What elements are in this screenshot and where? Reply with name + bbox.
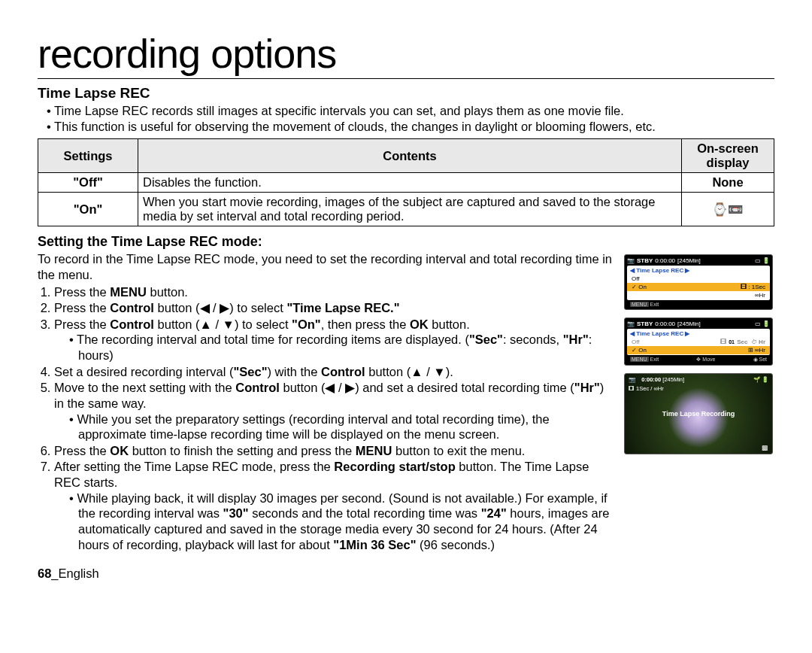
cell-setting-off: "Off" xyxy=(38,173,138,193)
step-3: Press the Control button (▲ / ▼) to sele… xyxy=(54,317,615,363)
step-5-sub: While you set the preparatory settings (… xyxy=(69,412,615,442)
lcd1-time: 0:00:00 xyxy=(655,257,675,264)
mode-intro: To record in the Time Lapse REC mode, yo… xyxy=(38,251,615,282)
subsection-title: Setting the Time Lapse REC mode: xyxy=(38,234,774,250)
camera-icon: 📷 xyxy=(627,257,635,264)
steps-list: Press the MENU button. Press the Control… xyxy=(38,284,615,553)
cell-contents-off: Disables the function. xyxy=(138,173,682,193)
lcd3-time: 0:00:00 xyxy=(641,376,661,383)
th-contents: Contents xyxy=(138,139,682,173)
step-3-sub: The recording interval and total time fo… xyxy=(69,332,615,363)
step-5: Move to the next setting with the Contro… xyxy=(54,380,615,442)
step-2: Press the Control button (◀ / ▶) to sele… xyxy=(54,300,615,316)
lcd1-off-row: Off xyxy=(627,275,770,283)
lcd1-stby: STBY xyxy=(637,257,653,264)
table-row: "On" When you start movie recording, ima… xyxy=(38,193,774,226)
intro-bullet-2: This function is useful for observing th… xyxy=(38,119,774,135)
section-title: Time Lapse REC xyxy=(38,85,774,102)
page-title: recording options xyxy=(38,30,774,79)
lcd2-title: Time Lapse REC xyxy=(636,330,683,337)
lcd2-remain: [245Min] xyxy=(677,320,701,327)
th-display: On-screen display xyxy=(682,139,774,173)
lcd-screenshots: 📷 STBY 0:00:00 [245Min] ▭ 🔋 ◀ Time Lapse… xyxy=(624,254,774,454)
page-footer: 68_English xyxy=(38,566,774,581)
cell-setting-on: "On" xyxy=(38,193,138,226)
lcd2-time: 0:00:00 xyxy=(655,320,675,327)
lcd-screenshot-3: 📷 0:00:00 [245Min] 🌱 🔋 🎞 1Sec / ∞Hr Time… xyxy=(624,373,773,454)
lcd1-title: Time Lapse REC xyxy=(636,267,683,274)
intro-bullet-1: Time Lapse REC records still images at s… xyxy=(38,103,774,119)
lcd3-line2: 1Sec / ∞Hr xyxy=(636,385,664,392)
step-6: Press the OK button to finish the settin… xyxy=(54,443,615,459)
settings-table: Settings Contents On-screen display "Off… xyxy=(38,138,774,226)
lcd2-off-row: Off 🎞 01 Sec ⏱ Hr xyxy=(627,338,770,346)
lcd1-on-row: ✓ On 🎞 : 1Sec xyxy=(627,283,770,291)
th-settings: Settings xyxy=(38,139,138,173)
step-7-sub: While playing back, it will display 30 i… xyxy=(69,491,615,553)
lcd2-stby: STBY xyxy=(637,320,653,327)
intro-bullets: Time Lapse REC records still images at s… xyxy=(38,103,774,134)
lcd-screenshot-2: 📷 STBY 0:00:00 [245Min] ▭ 🔋 ◀ Time Lapse… xyxy=(624,317,773,366)
step-1: Press the MENU button. xyxy=(54,284,615,300)
cell-display-on-icon: ⌚📼 xyxy=(682,193,774,226)
cell-contents-on: When you start movie recording, images o… xyxy=(138,193,682,226)
lcd1-hr-row: ∞Hr xyxy=(627,291,770,299)
lcd2-on-row: ✓ On ⊞ ∞Hr xyxy=(627,346,770,354)
step-4: Set a desired recording interval ("Sec")… xyxy=(54,364,615,380)
lcd3-center: Time Lapse Recording xyxy=(625,410,772,418)
table-row: "Off" Disables the function. None xyxy=(38,173,774,193)
lcd-screenshot-1: 📷 STBY 0:00:00 [245Min] ▭ 🔋 ◀ Time Lapse… xyxy=(624,254,773,310)
camera-icon: 📷 xyxy=(627,320,635,327)
cell-display-off: None xyxy=(682,173,774,193)
lcd3-remain: [245Min] xyxy=(662,376,684,383)
step-7: After setting the Time Lapse REC mode, p… xyxy=(54,459,615,552)
lcd1-remain: [245Min] xyxy=(677,257,701,264)
